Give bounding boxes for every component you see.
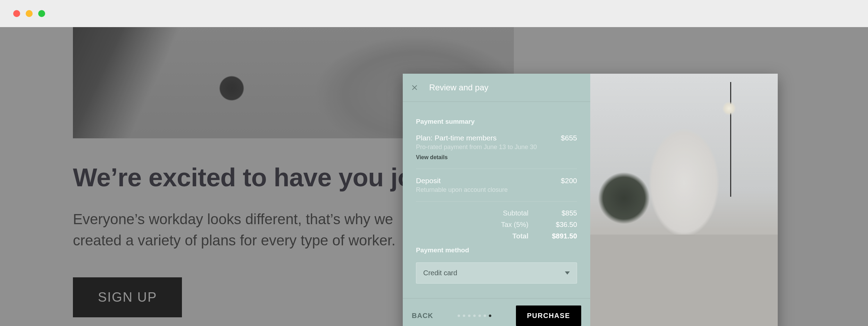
payment-method-value: Credit card [423,269,457,277]
step-dot [478,315,481,317]
back-button[interactable]: BACK [412,312,433,320]
step-dot [484,315,486,317]
total-row: Total $891.50 [416,232,577,240]
deposit-label: Deposit [416,177,441,185]
plan-note: Pro-rated payment from June 13 to June 3… [416,144,577,151]
total-amount: $891.50 [535,232,577,240]
tax-amount: $36.50 [535,221,577,229]
payment-method-label: Payment method [416,246,577,254]
deposit-note: Returnable upon account closure [416,186,577,194]
purchase-button[interactable]: PURCHASE [516,305,581,326]
modal-title: Review and pay [429,83,489,92]
window-minimize-dot[interactable] [26,10,33,17]
close-icon[interactable] [410,83,419,92]
step-dot [468,315,470,317]
tax-label: Tax (5%) [416,221,535,229]
plan-amount: $655 [561,134,577,142]
step-dot [489,315,491,317]
window-titlebar [0,0,868,27]
plan-row: Plan: Part-time members $655 [416,134,577,142]
window-zoom-dot[interactable] [38,10,45,17]
step-dot [463,315,465,317]
deposit-amount: $200 [561,177,577,185]
checkout-modal: Review and pay Payment summary Plan: Par… [403,74,778,326]
chevron-down-icon [565,271,570,275]
subtotal-label: Subtotal [416,209,535,217]
step-indicator [458,315,491,317]
plan-label: Plan: Part-time members [416,134,496,142]
subtotal-row: Subtotal $855 [416,209,577,217]
payment-method-select[interactable]: Credit card [416,262,577,284]
window-close-dot[interactable] [13,10,20,17]
tax-row: Tax (5%) $36.50 [416,221,577,229]
step-dot [458,315,460,317]
step-dot [473,315,476,317]
view-details-link[interactable]: View details [416,154,448,161]
payment-summary-label: Payment summary [416,118,577,125]
modal-hero-image [590,74,778,326]
total-label: Total [416,232,535,240]
deposit-row: Deposit $200 [416,177,577,185]
subtotal-amount: $855 [535,209,577,217]
